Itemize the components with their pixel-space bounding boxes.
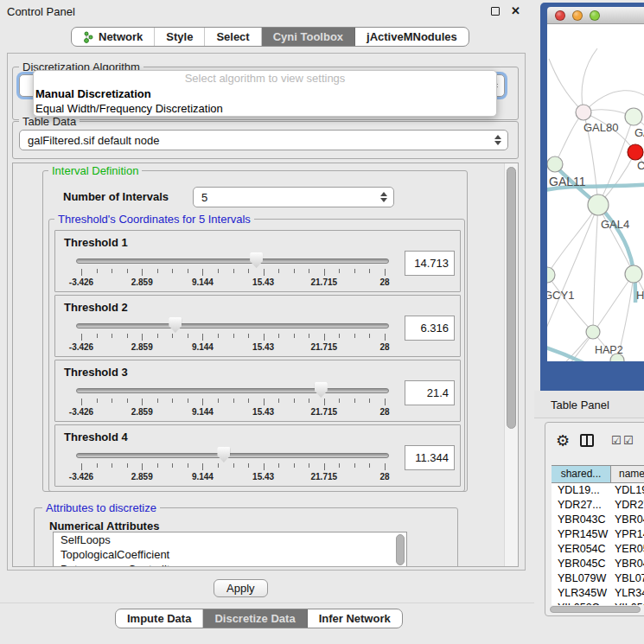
slider-tick-label: -3.426 <box>69 472 93 481</box>
slider-tick <box>127 334 128 338</box>
zoom-traffic-light-icon[interactable] <box>590 10 600 21</box>
algorithm-dropdown-popup: Select algorithm to view settings Manual… <box>33 70 497 117</box>
slider-tick <box>309 269 309 273</box>
attribute-list-item[interactable]: TopologicalCoefficient <box>54 547 406 562</box>
network-edge[interactable] <box>593 205 598 332</box>
slider-thumb[interactable] <box>169 317 182 333</box>
slider-tick-label: 2.859 <box>131 407 153 417</box>
network-node[interactable] <box>625 108 642 125</box>
threshold-label: Threshold 1 <box>64 236 128 249</box>
slider-tick <box>248 399 249 403</box>
threshold-panel-4: Threshold 4-3.4262.8599.14415.4321.71528… <box>54 424 461 487</box>
slider-track[interactable] <box>76 323 389 328</box>
column-header-shared-name[interactable]: shared... <box>552 466 611 482</box>
table-row[interactable]: YBR043CYBR043C <box>552 513 644 527</box>
threshold-label: Threshold 3 <box>64 366 128 379</box>
network-node-label: GA <box>634 126 644 139</box>
table-row[interactable]: YBR045CYBR045C <box>552 557 644 571</box>
network-edge[interactable] <box>547 275 593 332</box>
split-columns-icon[interactable] <box>580 434 594 447</box>
slider-tick <box>81 399 82 405</box>
slider-tick-label: 21.715 <box>311 277 338 287</box>
slider-thumb[interactable] <box>315 382 328 398</box>
threshold-value-field[interactable]: 11.344 <box>405 445 455 470</box>
slider-track[interactable] <box>76 388 389 393</box>
table-row[interactable]: YDL19...YDL19... <box>552 483 644 498</box>
float-window-icon[interactable] <box>491 7 500 16</box>
slider-tick <box>81 463 82 470</box>
network-edge[interactable] <box>549 59 583 112</box>
tab-cyni-toolbox[interactable]: Cyni Toolbox <box>262 28 355 46</box>
network-node-label: C <box>637 159 644 172</box>
tab-style[interactable]: Style <box>155 28 205 46</box>
table-data-combobox[interactable]: galFiltered.sif default node <box>19 130 508 150</box>
list-scrollbar-thumb[interactable] <box>396 534 405 565</box>
network-node-label: GCY1 <box>547 289 574 302</box>
cell-shared-name: YBL079W <box>552 571 612 586</box>
close-traffic-light-icon[interactable] <box>555 10 565 21</box>
dropdown-option-equal-width-frequency[interactable]: Equal Width/Frequency Discretization <box>34 101 496 116</box>
threshold-value-field[interactable]: 6.316 <box>405 316 455 341</box>
table-hscrollbar-thumb[interactable] <box>550 606 641 613</box>
tab-select[interactable]: Select <box>205 28 261 46</box>
attribute-list-item[interactable]: BetweennessCentrality <box>54 562 406 567</box>
cell-shared-name: YLR345W <box>552 586 612 601</box>
table-header-row: shared... name <box>552 465 644 483</box>
scrollbar-thumb[interactable] <box>507 167 516 429</box>
network-node[interactable] <box>586 325 600 339</box>
network-node[interactable] <box>547 267 555 283</box>
slider-tick <box>264 269 265 276</box>
close-icon[interactable]: ✕ <box>511 4 520 17</box>
gear-icon[interactable]: ⚙ <box>556 431 570 450</box>
network-node[interactable] <box>547 156 563 172</box>
application-window: Control Panel ✕ NetworkStyleSelectCyni T… <box>0 0 644 644</box>
slider-tick-label: 21.715 <box>311 472 338 481</box>
apply-button[interactable]: Apply <box>214 579 268 597</box>
threshold-value-field[interactable]: 21.4 <box>405 380 455 405</box>
network-node[interactable] <box>576 105 591 120</box>
slider-tick-label: 15.43 <box>252 342 274 352</box>
tab-discretize-data[interactable]: Discretize Data <box>203 609 307 628</box>
slider-tick <box>248 463 249 468</box>
network-edge[interactable] <box>582 48 597 112</box>
checkbox-icon[interactable]: ☑ <box>623 434 634 447</box>
tab-network[interactable]: Network <box>72 28 155 46</box>
threshold-value-field[interactable]: 14.713 <box>405 251 455 276</box>
network-window-titlebar[interactable] <box>547 7 644 24</box>
network-node[interactable] <box>625 265 642 283</box>
slider-thumb[interactable] <box>250 252 263 268</box>
slider-tick <box>248 269 249 273</box>
network-canvas[interactable]: GAL80GACGAL11GAL4GCY1HHAP2 <box>547 24 644 361</box>
table-hscrollbar[interactable] <box>549 605 644 614</box>
network-edge[interactable] <box>598 205 634 274</box>
slider-track[interactable] <box>76 453 389 458</box>
network-edge[interactable] <box>547 205 598 275</box>
checkbox-icon[interactable]: ☑ <box>611 434 622 447</box>
dropdown-option-manual-discretization[interactable]: Manual Discretization <box>34 86 496 101</box>
slider-tick <box>142 334 143 341</box>
table-row[interactable]: YER054CYER054C <box>552 542 644 557</box>
minimize-traffic-light-icon[interactable] <box>572 10 583 21</box>
table-panel: ⚙ ☑ ☑ shared... name YDL19...YDL19...YDR… <box>545 422 644 616</box>
slider-tick <box>248 334 249 338</box>
network-node-label: GAL11 <box>549 175 586 188</box>
tab-infer-network[interactable]: Infer Network <box>308 609 402 628</box>
slider-thumb[interactable] <box>217 447 230 462</box>
slider-tick <box>97 399 98 403</box>
slider-tick <box>339 334 340 338</box>
number-of-intervals-combobox[interactable]: 5 <box>193 187 394 207</box>
slider-tick <box>354 399 355 403</box>
network-edge[interactable] <box>555 112 583 164</box>
network-node[interactable] <box>628 144 643 160</box>
tab-impute-data[interactable]: Impute Data <box>116 609 203 628</box>
table-row[interactable]: YLR345WYLR345W <box>552 586 644 601</box>
slider-track[interactable] <box>76 258 389 264</box>
tab-jactivemnodules[interactable]: jActiveMNodules <box>355 28 469 46</box>
table-row[interactable]: YBL079WYBL079W <box>552 571 644 586</box>
network-node[interactable] <box>588 194 609 215</box>
column-header-name[interactable]: name <box>611 466 644 482</box>
numerical-attributes-list[interactable]: SelfLoopsTopologicalCoefficientBetweenne… <box>53 532 407 567</box>
table-row[interactable]: YPR145WYPR145W <box>552 527 644 542</box>
table-row[interactable]: YDR27...YDR27... <box>552 498 644 513</box>
attribute-list-item[interactable]: SelfLoops <box>54 532 406 547</box>
